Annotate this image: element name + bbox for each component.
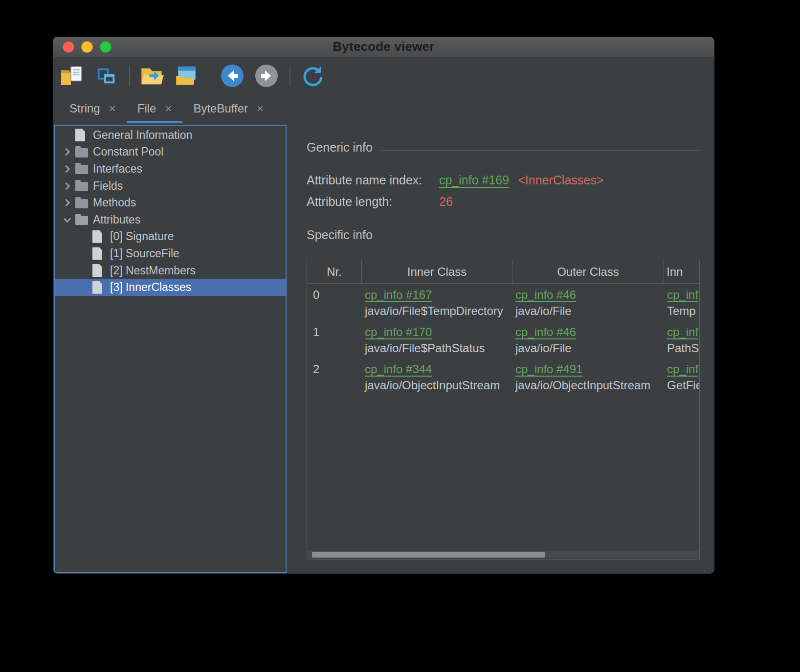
bytecode-viewer-window: Bytecode viewer bbox=[53, 37, 714, 574]
inner-name-link[interactable]: cp_inf bbox=[667, 287, 700, 303]
row-number: 0 bbox=[310, 287, 362, 303]
inner-class-name: java/io/ObjectInputStream bbox=[365, 377, 512, 393]
outer-class-name: java/io/ObjectInputStream bbox=[515, 377, 664, 393]
folder-icon bbox=[75, 147, 91, 157]
column-header-nr: Nr. bbox=[307, 260, 362, 283]
reload-button[interactable] bbox=[299, 63, 326, 89]
tab-bytebuffer[interactable]: ByteBuffer × bbox=[182, 94, 274, 123]
open-folder-icon bbox=[139, 63, 165, 89]
inner-class-link[interactable]: cp_info #167 bbox=[365, 287, 512, 303]
open-class-file-button[interactable] bbox=[59, 63, 85, 89]
folder-icon bbox=[75, 180, 91, 191]
attribute-name-index-row: Attribute name index:cp_info #169<InnerC… bbox=[307, 172, 603, 188]
traffic-lights bbox=[63, 41, 111, 53]
detail-panel: Generic info Attribute name index:cp_inf… bbox=[287, 123, 714, 574]
table-row: 2 cp_info #344 java/io/ObjectInputStream… bbox=[307, 358, 699, 393]
sidebar-item-general-information[interactable]: General Information bbox=[55, 127, 286, 144]
document-icon bbox=[92, 247, 108, 260]
inner-class-link[interactable]: cp_info #344 bbox=[365, 361, 512, 377]
outer-class-link[interactable]: cp_info #46 bbox=[515, 324, 664, 340]
sidebar-item-interfaces[interactable]: Interfaces bbox=[55, 160, 286, 178]
heading-rule bbox=[381, 238, 699, 238]
attribute-length-label: Attribute length: bbox=[307, 194, 439, 209]
folder-icon bbox=[75, 163, 91, 174]
tab-file-label: File bbox=[137, 102, 156, 115]
attribute-length-row: Attribute length:26 bbox=[307, 194, 453, 209]
new-window-button[interactable] bbox=[93, 63, 119, 89]
horizontal-scrollbar[interactable] bbox=[308, 551, 699, 559]
column-header-outer-class: Outer Class bbox=[512, 260, 664, 283]
save-workspace-icon bbox=[174, 64, 199, 88]
folder-open-icon bbox=[75, 214, 91, 225]
specific-info-heading: Specific info bbox=[307, 228, 699, 242]
attribute-name-index-label: Attribute name index: bbox=[307, 172, 439, 188]
document-icon bbox=[75, 129, 91, 141]
toolbar-separator bbox=[129, 66, 130, 86]
inner-name-text: PathS bbox=[667, 340, 700, 356]
sidebar-item-constant-pool[interactable]: Constant Pool bbox=[55, 144, 286, 161]
sidebar-item-innerclasses[interactable]: [3] InnerClasses bbox=[55, 279, 286, 296]
sidebar-item-signature[interactable]: [0] Signature bbox=[55, 228, 286, 246]
tab-file-close-icon[interactable]: × bbox=[165, 103, 172, 114]
inner-name-link[interactable]: cp_inf bbox=[667, 361, 700, 377]
inner-class-name: java/io/File$PathStatus bbox=[365, 340, 512, 356]
reload-icon bbox=[301, 64, 324, 88]
table-row: 1 cp_info #170 java/io/File$PathStatus c… bbox=[307, 321, 699, 356]
title-bar: Bytecode viewer bbox=[53, 37, 714, 57]
tab-file[interactable]: File × bbox=[127, 94, 183, 123]
table-header-row: Nr. Inner Class Outer Class Inn bbox=[307, 260, 699, 284]
sidebar-item-nestmembers[interactable]: [2] NestMembers bbox=[55, 262, 286, 279]
sidebar-item-sourcefile[interactable]: [1] SourceFile bbox=[55, 245, 286, 262]
inner-classes-table: Nr. Inner Class Outer Class Inn 0 cp_inf… bbox=[307, 260, 700, 560]
table-row: 0 cp_info #167 java/io/File$TempDirector… bbox=[307, 284, 699, 319]
column-header-inner-name: Inn bbox=[664, 260, 700, 283]
sidebar-item-fields[interactable]: Fields bbox=[55, 178, 286, 195]
tab-bytebuffer-close-icon[interactable]: × bbox=[257, 103, 264, 114]
folder-icon bbox=[75, 198, 91, 208]
outer-class-link[interactable]: cp_info #491 bbox=[515, 361, 664, 377]
inner-class-link[interactable]: cp_info #170 bbox=[365, 324, 512, 340]
minimize-window-button[interactable] bbox=[81, 41, 93, 53]
close-window-button[interactable] bbox=[63, 41, 74, 53]
resolved-attribute-name: <InnerClasses> bbox=[518, 173, 603, 187]
document-icon bbox=[92, 230, 108, 243]
tab-bytebuffer-label: ByteBuffer bbox=[193, 102, 248, 115]
cp-info-169-link[interactable]: cp_info #169 bbox=[439, 173, 509, 187]
inner-name-text: GetFie bbox=[667, 377, 700, 393]
open-class-file-icon bbox=[60, 64, 84, 88]
inner-name-link[interactable]: cp_inf bbox=[667, 324, 700, 340]
inner-name-text: Temp bbox=[667, 303, 700, 319]
content-area: General Information Constant Pool Interf… bbox=[53, 123, 714, 574]
outer-class-link[interactable]: cp_info #46 bbox=[515, 287, 664, 303]
save-workspace-button[interactable] bbox=[173, 63, 200, 89]
new-window-icon bbox=[95, 65, 117, 87]
open-used-file-button[interactable] bbox=[139, 63, 165, 89]
chevron-right-icon[interactable] bbox=[59, 183, 75, 189]
zoom-window-button[interactable] bbox=[100, 41, 111, 53]
forward-icon bbox=[254, 64, 279, 88]
chevron-down-icon[interactable] bbox=[59, 218, 75, 222]
sidebar-item-attributes[interactable]: Attributes bbox=[55, 211, 286, 228]
document-icon bbox=[92, 264, 108, 277]
tab-string-close-icon[interactable]: × bbox=[109, 103, 116, 114]
toolbar-separator bbox=[289, 66, 290, 86]
tab-string[interactable]: String × bbox=[59, 94, 127, 123]
horizontal-scrollbar-thumb[interactable] bbox=[312, 552, 545, 558]
tab-string-label: String bbox=[69, 102, 100, 115]
row-number: 2 bbox=[310, 361, 362, 377]
sidebar-item-methods[interactable]: Methods bbox=[55, 194, 286, 211]
chevron-right-icon[interactable] bbox=[59, 200, 75, 205]
tab-bar: String × File × ByteBuffer × bbox=[53, 94, 714, 123]
outer-class-name: java/io/File bbox=[515, 303, 664, 319]
back-button[interactable] bbox=[219, 63, 245, 89]
toolbar bbox=[53, 57, 714, 94]
forward-button[interactable] bbox=[253, 63, 280, 89]
window-title: Bytecode viewer bbox=[333, 39, 434, 54]
document-icon bbox=[92, 281, 108, 294]
row-number: 1 bbox=[310, 324, 362, 340]
chevron-right-icon[interactable] bbox=[59, 166, 75, 172]
inner-class-name: java/io/File$TempDirectory bbox=[365, 303, 512, 319]
outer-class-name: java/io/File bbox=[515, 340, 664, 356]
chevron-right-icon[interactable] bbox=[59, 149, 75, 155]
back-icon bbox=[220, 64, 244, 88]
